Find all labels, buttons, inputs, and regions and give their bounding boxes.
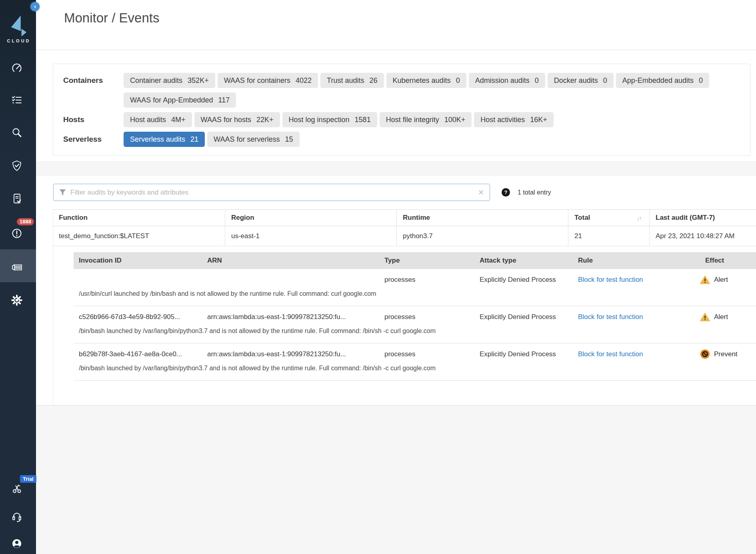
dashboard-gauge-icon[interactable] xyxy=(11,62,23,74)
chip-count: 1581 xyxy=(355,116,371,124)
column-header-attack-type: Attack type xyxy=(474,252,573,269)
chip-waas-for-serverless[interactable]: WAAS for serverless 15 xyxy=(207,132,299,147)
chip-host-log-inspection[interactable]: Host log inspection 1581 xyxy=(282,112,377,127)
cell-attack-type: Explicitly Denied Process xyxy=(474,313,573,321)
group-label: Containers xyxy=(53,73,124,108)
chip-label: WAAS for hosts xyxy=(201,116,251,124)
rule-link[interactable]: Block for test function xyxy=(578,313,643,321)
chip-serverless-audits[interactable]: Serverless audits 21 xyxy=(124,132,205,147)
chip-count: 117 xyxy=(218,96,230,104)
audit-message: /bin/bash launched by /var/lang/bin/pyth… xyxy=(74,365,756,380)
audit-filter-input[interactable] xyxy=(66,189,472,197)
column-header-runtime[interactable]: Runtime xyxy=(397,210,568,226)
chip-count: 22K+ xyxy=(256,116,274,124)
column-header-last-audit[interactable]: Last audit (GMT-7) xyxy=(650,210,756,226)
chip-label: WAAS for App-Embedded xyxy=(130,96,213,104)
clear-filter-icon[interactable]: ✕ xyxy=(472,188,490,197)
cell-attack-type: Explicitly Denied Process xyxy=(474,350,573,358)
total-entries-text: 1 total entry xyxy=(518,189,551,197)
rule-link[interactable]: Block for test function xyxy=(578,350,643,358)
effect-label: Prevent xyxy=(714,350,738,358)
chip-trust-audits[interactable]: Trust audits 26 xyxy=(320,73,384,88)
rule-link[interactable]: Block for test function xyxy=(578,276,643,284)
column-header-region[interactable]: Region xyxy=(225,210,397,226)
chip-count: 21 xyxy=(190,135,198,144)
chip-kubernetes-audits[interactable]: Kubernetes audits 0 xyxy=(386,73,466,88)
page-title: Monitor / Events xyxy=(64,10,159,26)
chip-waas-for-containers[interactable]: WAAS for containers 4022 xyxy=(218,73,318,88)
chip-count: 0 xyxy=(456,76,460,85)
containers-nav-icon[interactable] xyxy=(11,261,23,273)
cell-invocation-id: c526b966-67d3-4e59-8b92-905... xyxy=(74,313,202,321)
cell-invocation-id: b629b78f-3aeb-4167-ae8a-0ce0... xyxy=(74,350,202,358)
column-header-function[interactable]: Function xyxy=(53,210,225,226)
group-label: Hosts xyxy=(53,112,124,127)
chip-host-audits[interactable]: Host audits 4M+ xyxy=(124,112,192,127)
cell-function: test_demo_function:$LATEST xyxy=(53,226,225,246)
chip-count: 26 xyxy=(369,76,377,85)
search-nav-icon[interactable] xyxy=(11,127,23,139)
prevent-prohibition-icon xyxy=(700,349,710,359)
group-containers: Containers Container audits 352K+ WAAS f… xyxy=(53,73,750,108)
effect-label: Alert xyxy=(714,313,728,321)
functions-table-header: Function Region Runtime Total ↓↑ Last au… xyxy=(53,209,756,226)
cell-runtime: python3.7 xyxy=(397,226,568,246)
cell-arn: arn:aws:lambda:us-east-1:909978213250:fu… xyxy=(202,350,379,358)
alert-warning-icon xyxy=(700,313,710,321)
audit-row[interactable]: c526b966-67d3-4e59-8b92-905... arn:aws:l… xyxy=(74,306,756,343)
chip-label: Admission audits xyxy=(475,76,530,85)
chip-waas-for-hosts[interactable]: WAAS for hosts 22K+ xyxy=(194,112,280,127)
chip-host-activities[interactable]: Host activities 16K+ xyxy=(474,112,554,127)
cell-attack-type: Explicitly Denied Process xyxy=(474,276,573,284)
cell-arn: arn:aws:lambda:us-east-1:909978213250:fu… xyxy=(202,313,379,321)
support-headset-icon[interactable] xyxy=(11,510,23,522)
filter-funnel-icon xyxy=(59,189,66,196)
chip-label: Host audits xyxy=(130,116,166,124)
sidebar: CLOUD xyxy=(0,0,36,554)
chip-docker-audits[interactable]: Docker audits 0 xyxy=(548,73,614,88)
chip-container-audits[interactable]: Container audits 352K+ xyxy=(124,73,215,88)
chip-count: 15 xyxy=(285,135,293,144)
account-user-icon[interactable] xyxy=(11,538,23,550)
alert-count-badge: 1888 xyxy=(17,218,34,225)
audit-message: /bin/bash launched by /var/lang/bin/pyth… xyxy=(74,327,756,343)
audit-filter-box: ✕ xyxy=(53,184,490,201)
chip-count: 16K+ xyxy=(530,116,547,124)
chip-count: 0 xyxy=(535,76,539,85)
column-header-total[interactable]: Total ↓↑ xyxy=(568,210,650,226)
chip-waas-for-app-embedded[interactable]: WAAS for App-Embedded 117 xyxy=(124,92,236,108)
cell-region: us-east-1 xyxy=(225,226,397,246)
alert-warning-icon xyxy=(700,275,710,284)
help-icon[interactable]: ? xyxy=(502,188,510,197)
column-header-effect: Effect xyxy=(698,252,756,269)
group-hosts: Hosts Host audits 4M+ WAAS for hosts 22K… xyxy=(53,112,750,127)
column-header-invocation-id: Invocation ID xyxy=(74,252,202,269)
page-header: Monitor / Events xyxy=(36,0,756,50)
column-header-rule: Rule xyxy=(573,252,698,269)
function-row[interactable]: test_demo_function:$LATEST us-east-1 pyt… xyxy=(53,226,756,246)
audit-row[interactable]: processes Explicitly Denied Process Bloc… xyxy=(74,269,756,306)
chip-app-embedded-audits[interactable]: App-Embedded audits 0 xyxy=(616,73,709,88)
chip-count: 4M+ xyxy=(171,116,186,124)
access-keys-icon[interactable] xyxy=(11,482,23,494)
settings-gear-icon[interactable] xyxy=(11,294,23,306)
sidebar-collapse-toggle[interactable]: › xyxy=(30,2,40,11)
policies-checklist-icon[interactable] xyxy=(11,94,23,106)
chip-label: Trust audits xyxy=(327,76,364,85)
trial-badge: Trial xyxy=(20,475,36,483)
audit-row[interactable]: b629b78f-3aeb-4167-ae8a-0ce0... arn:aws:… xyxy=(74,343,756,381)
sort-icon[interactable]: ↓↑ xyxy=(637,215,641,221)
chip-count: 352K+ xyxy=(188,76,209,85)
alerts-exclamation-icon[interactable] xyxy=(11,227,23,239)
chip-label: WAAS for serverless xyxy=(214,135,280,144)
compliance-document-icon[interactable] xyxy=(11,193,23,205)
defend-shield-icon[interactable] xyxy=(11,160,23,172)
effect-label: Alert xyxy=(714,276,728,284)
chip-label: Host file integrity xyxy=(386,116,439,124)
cell-last-audit: Apr 23, 2021 10:48:27 AM xyxy=(650,226,756,246)
brand-logo: CLOUD xyxy=(0,15,36,43)
chip-admission-audits[interactable]: Admission audits 0 xyxy=(469,73,545,88)
chip-count: 0 xyxy=(603,76,607,85)
chip-host-file-integrity[interactable]: Host file integrity 100K+ xyxy=(380,112,472,127)
chip-label: Host log inspection xyxy=(289,116,350,124)
